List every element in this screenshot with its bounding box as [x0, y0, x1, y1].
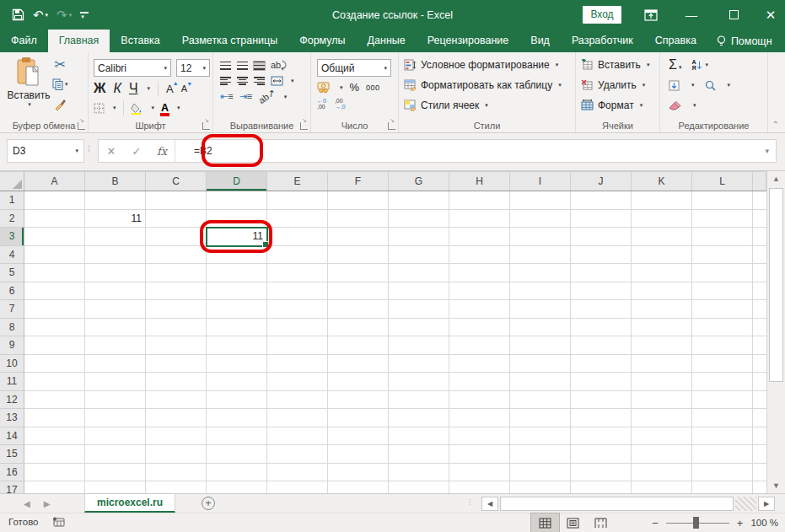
cell-J11[interactable]	[571, 373, 632, 391]
cell-J17[interactable]	[571, 481, 632, 493]
fill-button[interactable]	[669, 80, 680, 91]
cell-H9[interactable]	[449, 336, 510, 355]
formula-input-area[interactable]: ✕ ✓ fx =B2 ▾	[98, 139, 777, 163]
cell-D14[interactable]	[207, 427, 267, 446]
cell-A5[interactable]	[24, 264, 85, 282]
cell-B1[interactable]	[85, 191, 146, 210]
tab-файл[interactable]: Файл	[0, 30, 48, 52]
cell-K2[interactable]	[632, 210, 692, 228]
merge-dropdown[interactable]: ▾	[291, 78, 294, 84]
font-size-combobox[interactable]: 12▾	[176, 59, 210, 77]
cell-B10[interactable]	[85, 355, 146, 373]
cell-styles-button[interactable]: Стили ячеек▾	[404, 95, 575, 116]
cell-B5[interactable]	[85, 264, 146, 282]
cell-E12[interactable]	[267, 391, 328, 410]
align-center-button[interactable]	[237, 77, 248, 85]
page-layout-view-button[interactable]	[559, 513, 587, 532]
column-header-G[interactable]: G	[389, 172, 449, 191]
insert-cells-button[interactable]: Вставить▾	[581, 55, 659, 75]
cell-H11[interactable]	[449, 373, 510, 391]
cell-C12[interactable]	[146, 391, 207, 410]
zoom-slider[interactable]	[666, 513, 729, 532]
cell-J13[interactable]	[571, 409, 632, 427]
merge-center-button[interactable]	[271, 76, 283, 86]
cell-B4[interactable]	[85, 246, 146, 265]
cell-L5[interactable]	[692, 264, 753, 282]
cell-C4[interactable]	[146, 246, 207, 265]
column-header-L[interactable]: L	[692, 172, 753, 191]
cell-K11[interactable]	[632, 373, 692, 391]
cell-K14[interactable]	[632, 427, 692, 446]
cell-E11[interactable]	[267, 373, 328, 391]
cell-D2[interactable]	[207, 210, 267, 228]
vertical-scrollbar-thumb[interactable]	[769, 188, 783, 382]
align-top-button[interactable]	[220, 62, 231, 70]
hscroll-left-icon[interactable]: ◀	[481, 497, 498, 511]
cell-I8[interactable]	[510, 319, 571, 337]
cell-H12[interactable]	[449, 391, 510, 410]
column-header-H[interactable]: H	[449, 172, 510, 191]
cell-I6[interactable]	[510, 282, 571, 301]
cell-K3[interactable]	[632, 228, 692, 246]
cell-H14[interactable]	[449, 427, 510, 446]
borders-button[interactable]	[94, 103, 105, 114]
cell-L4[interactable]	[692, 246, 753, 265]
sheet-nav-right-icon[interactable]: ▶	[44, 499, 51, 508]
zoom-slider-thumb[interactable]	[693, 517, 699, 529]
align-left-button[interactable]	[220, 77, 231, 85]
cell-H6[interactable]	[449, 282, 510, 301]
cell-L9[interactable]	[692, 336, 753, 355]
find-select-button[interactable]	[705, 80, 716, 91]
cell-A6[interactable]	[24, 282, 85, 301]
row-header-12[interactable]: 12	[0, 391, 24, 410]
cell-J7[interactable]	[571, 300, 632, 319]
cell-I5[interactable]	[510, 264, 571, 282]
italic-button[interactable]: К	[113, 81, 121, 96]
cell-C2[interactable]	[146, 210, 207, 228]
currency-format-button[interactable]	[317, 82, 331, 93]
paste-button[interactable]: Вставить ▾	[7, 56, 51, 117]
fill-dropdown[interactable]: ▾	[691, 82, 695, 89]
sheet-tab-active[interactable]: microexcel.ru	[84, 494, 175, 513]
cell-C9[interactable]	[146, 336, 207, 355]
cell-L16[interactable]	[692, 464, 753, 482]
autosum-button[interactable]: Σ▾	[669, 57, 681, 73]
cell-D1[interactable]	[207, 191, 267, 210]
cell-I15[interactable]	[510, 445, 571, 464]
cell-J9[interactable]	[571, 336, 632, 355]
cell-L12[interactable]	[692, 391, 753, 410]
cell-D11[interactable]	[207, 373, 267, 391]
format-painter-button[interactable]	[52, 98, 68, 111]
format-cells-button[interactable]: Формат▾	[581, 95, 659, 116]
cell-K7[interactable]	[632, 300, 692, 319]
cell-H7[interactable]	[449, 300, 510, 319]
cell-F4[interactable]	[328, 246, 389, 265]
cell-J15[interactable]	[571, 445, 632, 464]
column-header-F[interactable]: F	[328, 172, 389, 191]
cell-C15[interactable]	[146, 445, 207, 464]
cell-B8[interactable]	[85, 319, 146, 337]
tab-share[interactable]: Общий доступ	[782, 30, 785, 52]
cell-B13[interactable]	[85, 409, 146, 427]
formula-text[interactable]: =B2	[182, 145, 212, 157]
select-all-button[interactable]	[0, 172, 24, 191]
tab-разработчик[interactable]: Разработчик	[561, 30, 644, 52]
close-button[interactable]: ✕	[756, 0, 785, 30]
cell-A8[interactable]	[24, 319, 85, 337]
cell-C1[interactable]	[146, 191, 207, 210]
borders-dropdown[interactable]: ▾	[113, 105, 116, 111]
cell-I3[interactable]	[510, 228, 571, 246]
alignment-dialog-launcher[interactable]	[300, 122, 308, 130]
customize-qat-icon[interactable]	[80, 12, 89, 13]
cell-G7[interactable]	[389, 300, 449, 319]
cell-J4[interactable]	[571, 246, 632, 265]
cell-G5[interactable]	[389, 264, 449, 282]
column-header-I[interactable]: I	[510, 172, 571, 191]
grow-font-button[interactable]: А▲	[166, 83, 174, 95]
cell-A12[interactable]	[24, 391, 85, 410]
cell-H2[interactable]	[449, 210, 510, 228]
cell-G8[interactable]	[389, 319, 449, 337]
row-header-17[interactable]: 17	[0, 481, 24, 493]
cell-G6[interactable]	[389, 282, 449, 301]
cell-K16[interactable]	[632, 464, 692, 482]
